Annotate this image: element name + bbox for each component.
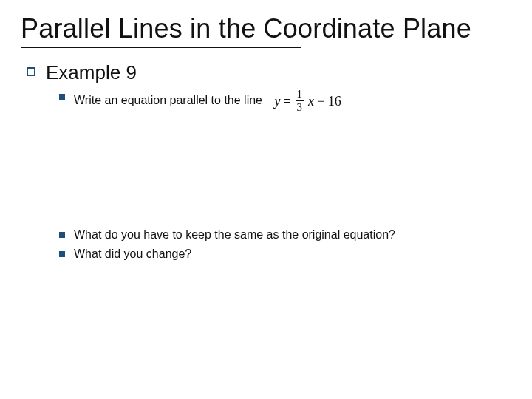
equation-equals: = bbox=[282, 92, 292, 110]
example-label: Example 9 bbox=[46, 61, 137, 84]
square-bullet-icon bbox=[59, 251, 65, 257]
bullet-text: Write an equation parallel to the line y… bbox=[74, 89, 343, 113]
fraction-denominator: 3 bbox=[296, 100, 304, 113]
slide: Parallel Lines in the Coordinate Plane E… bbox=[0, 0, 532, 399]
equation-constant: − 16 bbox=[316, 92, 343, 110]
equation-lhs: y bbox=[273, 92, 282, 110]
equation-variable: x bbox=[307, 92, 316, 110]
title-underline bbox=[21, 47, 301, 48]
equation-fraction: 1 3 bbox=[296, 89, 304, 113]
slide-body: Example 9 Write an equation parallel to … bbox=[21, 61, 511, 262]
square-bullet-icon bbox=[59, 94, 65, 100]
bullet-text: What do you have to keep the same as the… bbox=[74, 227, 395, 243]
page-title: Parallel Lines in the Coordinate Plane bbox=[21, 13, 511, 44]
list-item: What did you change? bbox=[59, 246, 511, 262]
write-equation-text: Write an equation parallel to the line bbox=[74, 94, 262, 106]
example-heading: Example 9 bbox=[27, 61, 511, 84]
square-bullet-icon bbox=[59, 232, 65, 238]
list-item: What do you have to keep the same as the… bbox=[59, 227, 511, 243]
example-content: Write an equation parallel to the line y… bbox=[27, 89, 511, 262]
work-space bbox=[59, 116, 511, 227]
list-item: Write an equation parallel to the line y… bbox=[59, 89, 511, 113]
bullet-text: What did you change? bbox=[74, 246, 191, 262]
fraction-numerator: 1 bbox=[296, 89, 304, 100]
square-open-bullet-icon bbox=[27, 67, 35, 76]
equation: y = 1 3 x − 16 bbox=[273, 89, 342, 113]
